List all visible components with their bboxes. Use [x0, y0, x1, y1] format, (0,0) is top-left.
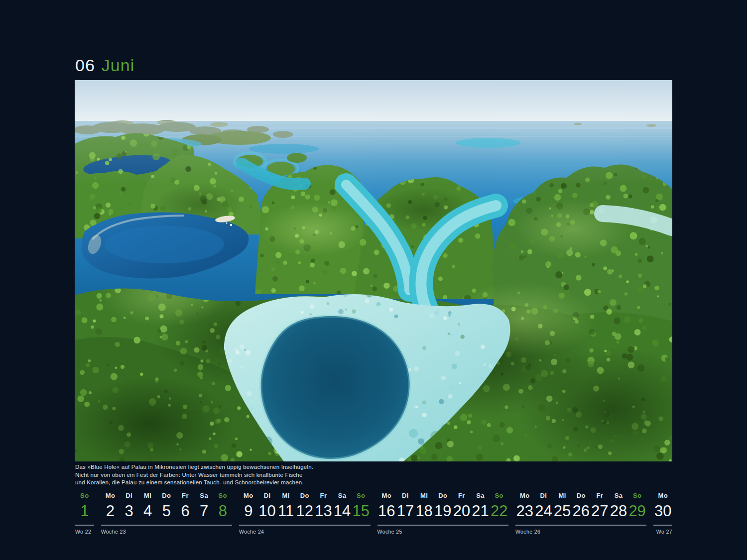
calendar-day-2: Mo2 [101, 492, 120, 520]
weekday-label: Mo [377, 492, 396, 499]
day-number: 19 [433, 502, 452, 520]
calendar-day-15: So15 [352, 492, 371, 520]
day-number: 25 [553, 502, 572, 520]
weekday-label: Mo [239, 492, 258, 499]
calendar-day-11: Mi11 [276, 492, 295, 520]
day-number: 8 [213, 502, 232, 520]
day-number: 28 [609, 502, 628, 520]
calendar-day-18: Mi18 [415, 492, 434, 520]
weekday-label: Sa [609, 492, 628, 499]
calendar-day-3: Di3 [120, 492, 138, 520]
aerial-photo-illustration [75, 80, 672, 461]
day-number: 27 [591, 502, 610, 520]
day-number: 1 [75, 502, 94, 520]
weekday-label: Di [120, 492, 138, 499]
calendar-day-13: Fr13 [314, 492, 333, 520]
calendar-day-19: Do19 [433, 492, 452, 520]
weekday-label: Mo [653, 492, 672, 499]
calendar-day-17: Di17 [396, 492, 415, 520]
week-label: Woche 26 [515, 529, 646, 535]
weekday-label: Sa [471, 492, 490, 499]
day-number: 30 [653, 502, 672, 520]
calendar-week: Mo23Di24Mi25Do26Fr27Sa28So29Woche 26 [515, 492, 646, 535]
calendar-day-28: Sa28 [609, 492, 628, 520]
week-label: Woche 24 [239, 529, 370, 535]
week-rule [653, 525, 672, 526]
calendar-day-12: Do12 [295, 492, 314, 520]
calendar-day-6: Fr6 [176, 492, 195, 520]
calendar-page: 06Juni [0, 0, 747, 560]
calendar-day-5: Do5 [157, 492, 176, 520]
weekday-label: So [213, 492, 232, 499]
weekday-label: Mo [515, 492, 534, 499]
week-label: Wo 27 [653, 529, 672, 535]
calendar-day-27: Fr27 [591, 492, 610, 520]
boat [226, 222, 227, 224]
weekday-label: So [628, 492, 647, 499]
calendar-week: Mo9Di10Mi11Do12Fr13Sa14So15Woche 24 [239, 492, 370, 535]
weekday-label: Fr [452, 492, 471, 499]
week-rule [515, 525, 646, 526]
blue-hole [261, 316, 410, 459]
calendar-day-29: So29 [628, 492, 647, 520]
week-rule [377, 525, 508, 526]
calendar-week: Mo30Wo 27 [653, 492, 672, 535]
calendar-strip: So1Wo 22Mo2Di3Mi4Do5Fr6Sa7So8Woche 23Mo9… [75, 492, 672, 535]
calendar-day-21: Sa21 [471, 492, 490, 520]
weekday-label: Mi [553, 492, 572, 499]
calendar-week: So1Wo 22 [75, 492, 94, 535]
day-number: 12 [295, 502, 314, 520]
calendar-day-7: Sa7 [195, 492, 214, 520]
calendar-day-9: Mo9 [239, 492, 258, 520]
weekday-label: Do [157, 492, 176, 499]
weekday-label: Sa [333, 492, 352, 499]
day-number: 22 [490, 502, 508, 520]
calendar-week: Mo16Di17Mi18Do19Fr20Sa21So22Woche 25 [377, 492, 508, 535]
day-number: 16 [377, 502, 396, 520]
weekday-label: Fr [591, 492, 610, 499]
day-number: 11 [276, 502, 295, 520]
calendar-day-10: Di10 [258, 492, 277, 520]
week-rule [239, 525, 370, 526]
calendar-day-20: Fr20 [452, 492, 471, 520]
day-number: 2 [101, 502, 120, 520]
week-label: Woche 23 [101, 529, 232, 535]
weekday-label: So [352, 492, 371, 499]
weekday-label: Sa [195, 492, 214, 499]
weekday-label: Do [295, 492, 314, 499]
day-number: 15 [352, 502, 371, 520]
calendar-day-8: So8 [213, 492, 232, 520]
weekday-label: Di [396, 492, 415, 499]
calendar-day-23: Mo23 [515, 492, 534, 520]
weekday-label: Di [534, 492, 553, 499]
calendar-week: Mo2Di3Mi4Do5Fr6Sa7So8Woche 23 [101, 492, 232, 535]
calendar-day-4: Mi4 [138, 492, 157, 520]
day-number: 23 [515, 502, 534, 520]
weekday-label: Mi [276, 492, 295, 499]
day-number: 9 [239, 502, 258, 520]
week-rule [101, 525, 232, 526]
day-number: 14 [333, 502, 352, 520]
day-number: 18 [415, 502, 434, 520]
weekday-label: Fr [314, 492, 333, 499]
calendar-day-25: Mi25 [553, 492, 572, 520]
photo-palau-blue-hole [75, 80, 672, 461]
weekday-label: Mi [415, 492, 434, 499]
page-title: 06Juni [75, 56, 134, 75]
calendar-day-16: Mo16 [377, 492, 396, 520]
horizon-haze [75, 121, 672, 186]
calendar-day-26: Do26 [572, 492, 591, 520]
weekday-label: Fr [176, 492, 195, 499]
calendar-day-14: Sa14 [333, 492, 352, 520]
day-number: 10 [258, 502, 277, 520]
week-label: Woche 25 [377, 529, 508, 535]
calendar-day-1: So1 [75, 492, 94, 520]
weekday-label: Do [572, 492, 591, 499]
weekday-label: Di [258, 492, 277, 499]
day-number: 26 [572, 502, 591, 520]
weekday-label: Mo [101, 492, 120, 499]
day-number: 20 [452, 502, 471, 520]
day-number: 3 [120, 502, 138, 520]
day-number: 29 [628, 502, 647, 520]
month-name: Juni [102, 56, 134, 75]
